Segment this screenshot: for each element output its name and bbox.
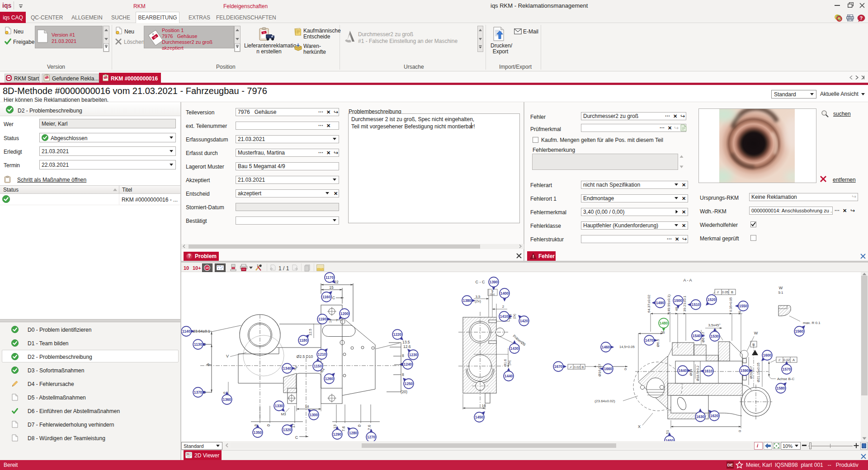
svg-text:1630: 1630 [696,414,705,419]
svg-text:?: ? [860,15,863,21]
svg-text:1190: 1190 [318,317,326,321]
svg-text:14,5+0.05: 14,5+0.05 [619,345,635,349]
svg-text:1390: 1390 [490,280,498,284]
svg-text:1660: 1660 [604,367,613,371]
svg-text:1220: 1220 [393,332,402,337]
svg-text:1280: 1280 [349,431,358,435]
svg-text://: // [778,358,781,362]
svg-text:1240: 1240 [404,362,412,367]
svg-text:1640: 1640 [679,368,687,373]
svg-text:51: 51 [665,430,670,434]
svg-text:1260: 1260 [325,376,334,381]
svg-text:7.6: 7.6 [341,426,346,432]
svg-text:1420: 1420 [520,319,528,323]
svg-text:0: 0 [266,424,271,426]
svg-text:Ø14: Ø14 [689,369,693,376]
svg-text:1230: 1230 [409,352,418,357]
svg-text:1540: 1540 [693,334,701,338]
svg-text:1320: 1320 [283,428,292,432]
svg-text:0: 0 [357,424,362,427]
svg-text:Achse B-C: Achse B-C [777,377,794,381]
svg-text:1380: 1380 [463,298,472,303]
svg-text:Ø21.15±0.05: Ø21.15±0.05 [756,362,760,382]
svg-text:1620: 1620 [710,414,719,418]
svg-text:1500: 1500 [674,298,683,303]
svg-text:1340: 1340 [283,366,292,371]
svg-text:64.37±0.02: 64.37±0.02 [647,294,651,313]
svg-text:1490: 1490 [656,301,665,305]
svg-text:RKM: RKM [8,78,10,79]
svg-text:1130: 1130 [194,342,202,347]
svg-text:1460: 1460 [602,345,610,349]
svg-text:1160: 1160 [322,295,330,299]
svg-text:B: B [731,290,733,294]
svg-text:0: 0 [623,368,627,370]
svg-text:16: 16 [482,404,486,408]
svg-text:1170: 1170 [326,275,334,280]
svg-text:(20): (20) [401,390,407,394]
svg-text:1210: 1210 [318,352,326,357]
svg-text:1140: 1140 [182,329,190,334]
svg-text:1450: 1450 [475,415,484,419]
svg-text:1290: 1290 [333,432,342,437]
svg-text:8: 8 [402,353,404,358]
svg-text:↗: ↗ [569,366,572,369]
svg-text:1250: 1250 [405,381,413,386]
svg-text:1520: 1520 [708,297,716,302]
svg-text:1600: 1600 [763,353,772,357]
svg-text:A: A [793,358,795,362]
svg-text:(49.99±0.1): (49.99±0.1) [667,294,671,313]
svg-text:0.35+0.05: 0.35+0.05 [729,297,733,312]
svg-text:B: B [582,366,584,369]
svg-text:1330: 1330 [275,404,283,408]
svg-text:2: 2 [502,305,505,309]
svg-text:V: V [226,354,229,358]
svg-text:18: 18 [305,404,309,409]
svg-text:C: C [332,296,335,300]
svg-text:1530: 1530 [711,334,719,338]
svg-text:0.05: 0.05 [722,290,729,294]
svg-text:3,5x45°: 3,5x45° [708,323,720,327]
svg-text:0.02: 0.02 [574,366,580,369]
svg-text:1360: 1360 [223,397,231,402]
svg-text:8: 8 [402,372,404,377]
svg-text:Ø18.5+0.2: Ø18.5+0.2 [696,366,700,381]
svg-text:36: 36 [661,330,665,334]
svg-text:10: 10 [205,266,209,269]
svg-text:1580: 1580 [777,386,785,390]
svg-text:Ø20 G7: Ø20 G7 [749,366,753,379]
svg-text:13.5: 13.5 [402,340,410,344]
svg-text:C: C [295,435,298,440]
svg-text:7: 7 [336,318,338,322]
svg-text:1470: 1470 [645,338,654,343]
svg-text:1430: 1430 [510,346,519,351]
svg-text:max. R 0.1: max. R 0.1 [803,321,821,325]
svg-text:1670: 1670 [554,364,563,369]
svg-text:1180: 1180 [299,338,307,343]
svg-text:M3: M3 [281,412,286,416]
svg-text:1200: 1200 [340,311,349,316]
svg-text:12.6: 12.6 [403,344,411,349]
svg-text:1560: 1560 [795,329,804,334]
svg-text:W: W [779,286,783,290]
svg-text:1370: 1370 [194,390,203,395]
svg-text:0: 0 [738,310,742,313]
svg-text:0: 0 [207,362,209,367]
svg-text:39.21±0.1: 39.21±0.1 [683,296,687,312]
svg-text:(23.64±0.02): (23.64±0.02) [594,399,615,403]
svg-text:1350: 1350 [254,430,262,435]
svg-text:23.64±0.1: 23.64±0.1 [193,329,210,334]
svg-text:1400: 1400 [500,291,509,296]
svg-text:(2x): (2x) [490,293,495,296]
svg-text:Ø16 G7: Ø16 G7 [598,363,602,376]
svg-text:0: 0 [738,430,742,432]
svg-text:1570: 1570 [783,367,791,371]
svg-text:1590: 1590 [741,368,749,373]
svg-text:A - A: A - A [683,278,692,282]
svg-text:1610: 1610 [704,369,713,373]
svg-text://: // [717,290,719,294]
svg-text:1510: 1510 [692,302,700,307]
svg-text:(5x): (5x) [508,360,511,365]
svg-text:1300: 1300 [310,413,318,417]
svg-text:X: X [638,424,641,429]
